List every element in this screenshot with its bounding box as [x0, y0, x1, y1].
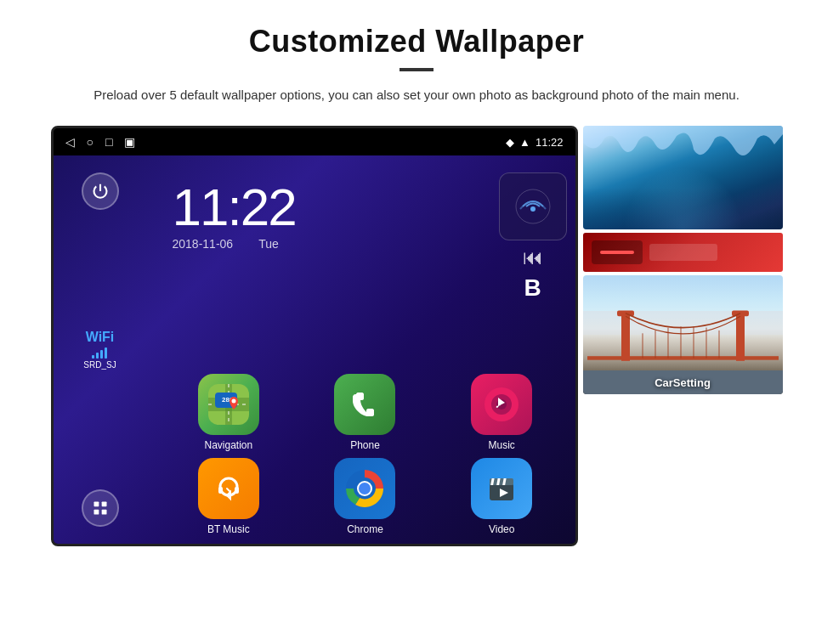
power-button[interactable]: [82, 172, 119, 210]
wifi-bar-4: [105, 347, 107, 359]
svg-rect-32: [621, 314, 630, 361]
content-area: ◁ ○ □ ▣ ◆ ▲ 11:22: [51, 126, 782, 546]
screen-bg: WiFi SRD_SJ: [54, 155, 575, 544]
svg-rect-34: [736, 314, 745, 361]
wifi-bar-2: [96, 353, 99, 359]
location-icon: ◆: [506, 136, 514, 149]
app-video[interactable]: Video: [437, 458, 567, 535]
signal-widget[interactable]: [499, 172, 567, 240]
home-icon[interactable]: ○: [87, 135, 94, 149]
svg-rect-35: [732, 310, 749, 316]
video-icon: [471, 458, 532, 519]
svg-point-13: [231, 399, 235, 404]
app-chrome-label: Chrome: [347, 523, 383, 535]
svg-point-23: [359, 483, 371, 494]
wifi-ssid: SRD_SJ: [83, 360, 116, 370]
svg-point-5: [530, 206, 536, 212]
back-icon[interactable]: ◁: [65, 135, 75, 149]
app-chrome[interactable]: Chrome: [300, 458, 430, 535]
svg-rect-31: [587, 356, 779, 359]
music-icon: ♪: [471, 374, 532, 435]
right-widgets: ⏮ B: [499, 172, 567, 302]
status-bar: ◁ ○ □ ▣ ◆ ▲ 11:22: [54, 128, 575, 155]
svg-rect-20: [235, 487, 239, 494]
clock-date: 2018-11-06 Tue: [173, 237, 296, 251]
wallpaper-thumb-ice[interactable]: [583, 126, 783, 229]
clock-time: 11:22: [173, 181, 296, 234]
page-container: Customized Wallpaper Preload over 5 defa…: [0, 0, 833, 644]
prev-button[interactable]: ⏮: [523, 246, 543, 269]
app-video-label: Video: [489, 523, 514, 535]
app-phone[interactable]: Phone: [300, 374, 430, 451]
app-bt-label: BT Music: [207, 523, 250, 535]
clock-widget: 11:22 2018-11-06 Tue: [173, 181, 296, 251]
wallpaper-thumb-partial: [583, 233, 783, 272]
wifi-icon: ▲: [519, 136, 530, 149]
status-left: ◁ ○ □ ▣: [65, 135, 136, 149]
svg-rect-19: [218, 487, 223, 494]
wifi-bar-3: [100, 350, 103, 359]
svg-rect-0: [94, 502, 99, 507]
bt-icon: [198, 458, 259, 519]
wallpaper-thumbnails: CarSetting: [583, 126, 783, 394]
status-right: ◆ ▲ 11:22: [506, 136, 563, 149]
svg-rect-3: [101, 510, 106, 515]
nav-icon: 280: [198, 374, 259, 435]
app-nav-label: Navigation: [204, 439, 252, 451]
clock-day-text: Tue: [258, 237, 279, 251]
status-time: 11:22: [536, 136, 564, 149]
app-music[interactable]: ♪ Music: [437, 374, 567, 451]
apps-grid: 280 Navigation: [147, 365, 575, 544]
svg-text:♪: ♪: [495, 396, 502, 410]
wallpaper-thumb-bridge[interactable]: CarSetting: [583, 275, 783, 394]
app-navigation[interactable]: 280 Navigation: [164, 374, 294, 451]
wifi-label: WiFi: [86, 330, 115, 345]
chrome-icon-bg: [334, 458, 395, 519]
svg-rect-33: [617, 310, 634, 316]
app-music-label: Music: [488, 439, 514, 451]
app-phone-label: Phone: [350, 439, 380, 451]
wifi-info: WiFi SRD_SJ: [83, 330, 116, 370]
app-bt-music[interactable]: BT Music: [164, 458, 294, 535]
wifi-bar-1: [92, 355, 94, 359]
svg-rect-2: [94, 510, 99, 515]
page-title: Customized Wallpaper: [249, 24, 585, 59]
camera-icon[interactable]: ▣: [124, 135, 135, 149]
grid-button[interactable]: [82, 489, 119, 527]
phone-icon: [334, 374, 395, 435]
wifi-bars: [92, 347, 107, 359]
carsetting-label: CarSetting: [583, 376, 783, 389]
title-divider: [400, 68, 434, 71]
next-label[interactable]: B: [524, 274, 541, 302]
clock-date-text: 2018-11-06: [173, 237, 234, 251]
recent-icon[interactable]: □: [105, 135, 112, 149]
page-description: Preload over 5 default wallpaper options…: [94, 85, 740, 105]
sidebar: WiFi SRD_SJ: [54, 155, 147, 544]
svg-rect-1: [101, 502, 106, 507]
device-frame: ◁ ○ □ ▣ ◆ ▲ 11:22: [51, 126, 578, 546]
